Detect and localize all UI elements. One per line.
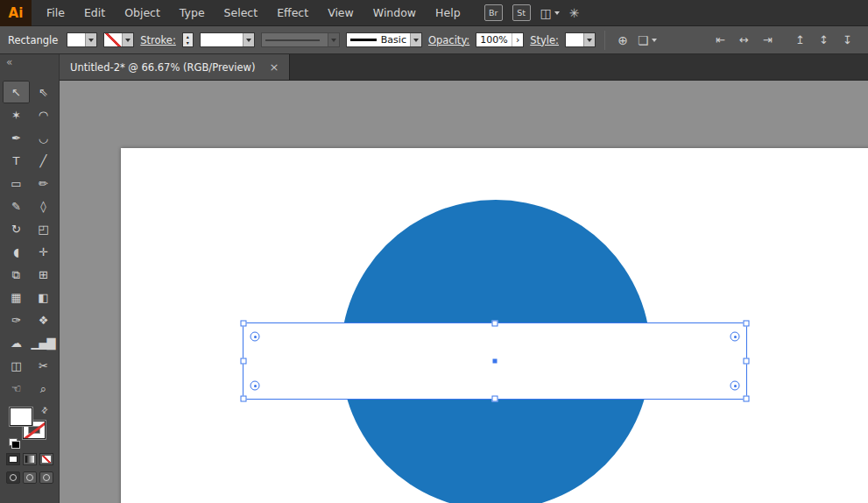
menu-object[interactable]: Object <box>115 0 170 26</box>
type-tool[interactable]: T <box>3 149 30 172</box>
stock-button[interactable]: St <box>512 4 531 21</box>
stroke-weight-stepper[interactable]: ▴ ▾ <box>182 32 194 47</box>
symbol-sprayer-tool-icon: ☁ <box>11 337 21 349</box>
arrange-documents-button[interactable]: ◫ <box>540 6 560 20</box>
vertical-align-bottom-button[interactable]: ↧ <box>838 32 857 49</box>
horizontal-align-center-icon: ↔ <box>739 33 749 46</box>
selection-center-point[interactable] <box>493 359 498 364</box>
opacity-expander-button[interactable]: › <box>512 33 523 46</box>
pencil-tool[interactable]: ✎ <box>3 195 30 217</box>
selection-handle-middle-right[interactable] <box>744 358 750 365</box>
direct-selection-tool[interactable]: ⇖ <box>30 81 57 103</box>
selection-handle-top-right[interactable] <box>744 321 750 327</box>
shape-builder-tool[interactable]: ⧉ <box>3 263 30 286</box>
artboard-tool[interactable]: ◫ <box>3 354 30 377</box>
live-corner-widget-bottom-left[interactable] <box>251 381 260 391</box>
mesh-tool[interactable]: ▦ <box>3 286 30 308</box>
stroke-weight-select[interactable] <box>200 32 255 47</box>
app-logo[interactable]: Ai <box>0 0 32 26</box>
tab-close-icon[interactable]: × <box>269 61 279 73</box>
line-segment-tool[interactable]: ╱ <box>30 149 57 172</box>
horizontal-align-left-button[interactable]: ⇤ <box>711 32 730 49</box>
draw-inside-button[interactable] <box>39 471 53 484</box>
horizontal-align-center-button[interactable]: ↔ <box>735 32 753 49</box>
eraser-tool[interactable]: ◊ <box>30 195 57 217</box>
selection-handle-bottom-right[interactable] <box>744 396 750 402</box>
vertical-align-top-button[interactable]: ↥ <box>791 32 809 49</box>
none-mode-button[interactable] <box>39 453 53 465</box>
fill-color-control[interactable] <box>67 32 97 47</box>
brush-definition-select[interactable]: Basic <box>346 32 422 47</box>
scale-tool[interactable]: ◰ <box>30 217 57 240</box>
live-corner-widget-top-left[interactable] <box>251 332 260 342</box>
selection-handle-top-left[interactable] <box>241 321 247 327</box>
style-panel-link[interactable]: Style: <box>530 34 559 46</box>
default-fill-stroke-icon[interactable] <box>9 438 20 449</box>
slice-tool[interactable]: ✂ <box>30 354 57 377</box>
rectangle-tool[interactable]: ▭ <box>3 172 30 195</box>
vertical-align-center-button[interactable]: ↕ <box>815 32 833 49</box>
menu-view[interactable]: View <box>318 0 363 26</box>
stroke-color-control[interactable] <box>103 32 134 47</box>
document-tab[interactable]: Untitled-2* @ 66.67% (RGB/Preview) × <box>60 54 290 80</box>
selected-rectangle-shape[interactable] <box>243 323 746 399</box>
width-tool[interactable]: ◖ <box>3 240 30 263</box>
stroke-panel-link[interactable]: Stroke: <box>140 34 176 46</box>
gradient-mode-button[interactable] <box>23 453 37 465</box>
pen-tool[interactable]: ✒ <box>3 126 30 149</box>
brush-dropdown-button[interactable] <box>410 33 421 46</box>
menu-help[interactable]: Help <box>426 0 470 26</box>
curvature-tool[interactable]: ◡ <box>30 126 57 149</box>
free-transform-tool[interactable]: ✛ <box>30 240 57 263</box>
appbar-buttons: Br St ◫ ✳ <box>484 4 580 21</box>
magic-wand-tool[interactable]: ✶ <box>3 103 30 126</box>
selection-handle-bottom-center[interactable] <box>492 396 498 402</box>
stroke-weight-dropdown-button[interactable] <box>243 33 254 46</box>
menu-edit[interactable]: Edit <box>74 0 115 26</box>
fill-color-swatch[interactable] <box>10 407 32 426</box>
blend-tool[interactable]: ❖ <box>30 308 57 331</box>
canvas[interactable] <box>60 81 868 503</box>
selection-handle-middle-left[interactable] <box>241 358 247 365</box>
menu-select[interactable]: Select <box>215 0 268 26</box>
paint-mode-buttons <box>0 453 59 465</box>
artboard[interactable] <box>121 148 868 503</box>
stroke-dropdown-button[interactable] <box>122 33 133 46</box>
selection-handle-top-center[interactable] <box>492 321 498 327</box>
menu-type[interactable]: Type <box>170 0 215 26</box>
horizontal-align-right-button[interactable]: ⇥ <box>759 32 777 49</box>
eyedropper-tool[interactable]: ✑ <box>3 308 30 331</box>
column-graph-tool[interactable]: ▁▄▇ <box>30 331 57 354</box>
zoom-tool[interactable]: ⌕ <box>30 377 57 400</box>
selection-tool[interactable]: ↖ <box>3 81 30 103</box>
menu-effect[interactable]: Effect <box>267 0 318 26</box>
share-button[interactable]: ✳ <box>569 6 580 20</box>
document-setup-button[interactable]: ❏ <box>638 33 657 47</box>
style-dropdown-button[interactable] <box>583 33 595 46</box>
hand-tool[interactable]: ☜ <box>3 377 30 400</box>
rotate-tool[interactable]: ↻ <box>3 217 30 240</box>
gradient-tool[interactable]: ◧ <box>30 286 57 308</box>
collapse-panel-button[interactable]: « <box>0 54 59 81</box>
draw-normal-button[interactable] <box>6 471 20 484</box>
lasso-tool[interactable]: ◠ <box>30 103 57 126</box>
menu-window[interactable]: Window <box>363 0 426 26</box>
live-corner-widget-top-right[interactable] <box>730 332 740 342</box>
stepper-down-icon[interactable]: ▾ <box>183 40 193 47</box>
perspective-grid-tool[interactable]: ⊞ <box>30 263 57 286</box>
opacity-panel-link[interactable]: Opacity: <box>428 34 469 46</box>
opacity-control[interactable]: 100% › <box>476 32 524 47</box>
selection-handle-bottom-left[interactable] <box>241 396 247 402</box>
symbol-sprayer-tool[interactable]: ☁ <box>3 331 30 354</box>
gradient-mode-icon <box>25 456 34 463</box>
menu-file[interactable]: File <box>37 0 74 26</box>
fill-dropdown-button[interactable] <box>85 33 96 46</box>
live-corner-widget-bottom-right[interactable] <box>730 381 740 391</box>
graphic-style-select[interactable] <box>565 32 596 47</box>
draw-behind-button[interactable] <box>23 471 37 484</box>
bridge-button[interactable]: Br <box>484 4 503 21</box>
color-mode-button[interactable] <box>6 453 20 465</box>
globe-button[interactable]: ⊕ <box>614 31 632 50</box>
paintbrush-tool[interactable]: ✏ <box>30 172 57 195</box>
swap-fill-stroke-icon[interactable]: ⇄ <box>39 405 50 415</box>
